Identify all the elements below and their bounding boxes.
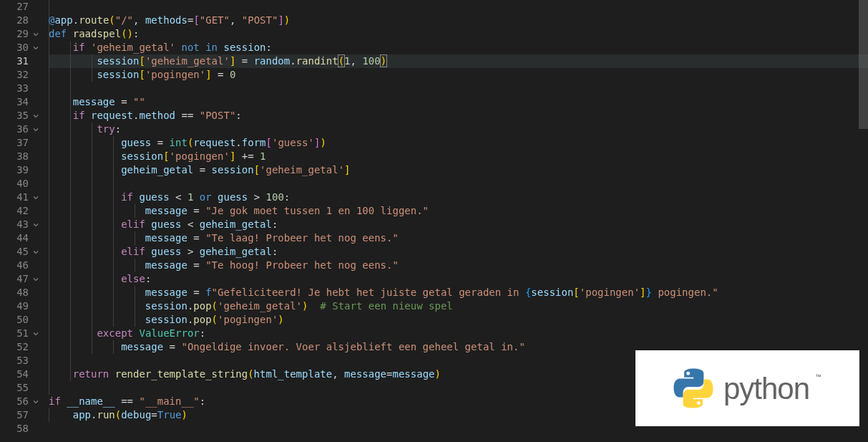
indent-guide [70,82,71,95]
code-text: if request.method == "POST": [49,110,242,121]
fold-toggle[interactable] [29,112,43,120]
code-line[interactable]: message = "Te laag! Probeer het nog eens… [49,231,868,245]
code-text: geheim_getal = session['geheim_getal'] [49,164,351,176]
fold-toggle[interactable] [29,44,43,52]
code-line[interactable]: except ValueError: [49,327,868,340]
code-text: if __name__ == "__main__": [49,395,205,407]
line-number: 35 [0,109,29,122]
line-number: 54 [0,367,29,381]
line-number: 44 [0,231,29,245]
gutter-line: 52 [0,340,49,354]
line-number: 37 [0,136,29,150]
gutter-line: 54 [0,367,49,381]
fold-toggle[interactable] [29,248,43,256]
code-text: elif guess < geheim_getal: [49,218,278,230]
code-text: except ValueError: [49,327,205,339]
code-line[interactable]: try: [49,122,868,136]
gutter-line: 58 [0,422,49,436]
line-number: 47 [0,272,29,286]
code-line[interactable]: message = "Je gok moet tussen 1 en 100 l… [49,204,868,218]
code-text: message = "Je gok moet tussen 1 en 100 l… [49,205,429,216]
code-text: return render_template_string(html_templ… [49,368,441,380]
code-line[interactable]: session['pogingen'] += 1 [49,150,868,163]
fold-toggle[interactable] [29,275,43,284]
gutter-line: 39 [0,163,49,177]
code-line[interactable]: guess = int(request.form['guess']) [49,136,868,150]
gutter-line: 38 [0,150,49,163]
code-text: message = f"Gefeliciteerd! Je hebt het j… [49,287,718,298]
line-number: 57 [0,408,29,422]
line-number: 29 [0,27,29,41]
fold-toggle[interactable] [29,30,43,39]
code-line[interactable]: message = f"Gefeliciteerd! Je hebt het j… [49,286,868,299]
code-text: try: [49,123,121,135]
code-line[interactable]: elif guess < geheim_getal: [49,218,868,231]
gutter-line: 33 [0,82,49,95]
line-number: 43 [0,218,29,231]
code-text: session.pop('geheim_getal') # Start een … [49,300,453,312]
line-number: 42 [0,204,29,218]
gutter-line: 32 [0,68,49,82]
indent-guide [92,177,92,191]
line-number: 50 [0,313,29,327]
gutter-line: 31 [0,54,49,68]
python-logo-card: python ™ [635,350,859,426]
gutter-line: 35 [0,109,49,122]
code-line[interactable]: else: [49,272,868,286]
code-line[interactable]: message = "" [49,95,868,109]
gutter-line: 28 [0,14,49,27]
vertical-scrollbar[interactable] [859,0,868,442]
indent-guide [49,177,49,191]
code-line[interactable]: session['geheim_getal'] = random.randint… [49,54,868,68]
gutter-line: 56 [0,395,49,408]
gutter-line: 42 [0,204,49,218]
code-line[interactable]: elif guess > geheim_getal: [49,245,868,259]
code-line[interactable]: session['pogingen'] = 0 [49,68,868,82]
code-line[interactable] [49,0,868,14]
code-line[interactable]: session.pop('pogingen') [49,313,868,327]
code-text: message = "Te laag! Probeer het nog eens… [49,232,399,244]
code-text: if guess < 1 or guess > 100: [49,191,290,203]
line-number: 52 [0,340,29,354]
fold-toggle[interactable] [29,221,43,229]
code-line[interactable] [49,177,868,191]
indent-guide [49,354,49,367]
line-number: 58 [0,422,29,436]
code-text: guess = int(request.form['guess']) [49,137,326,148]
code-editor[interactable]: 2728293031323334353637383940414243444546… [0,0,868,442]
fold-toggle[interactable] [29,398,43,406]
line-number: 39 [0,163,29,177]
code-line[interactable]: def raadspel(): [49,27,868,41]
gutter-line: 49 [0,299,49,313]
code-line[interactable] [49,82,868,95]
line-number: 41 [0,191,29,204]
code-line[interactable]: if 'geheim_getal' not in session: [49,41,868,54]
gutter-line: 27 [0,0,49,14]
code-line[interactable]: if request.method == "POST": [49,109,868,122]
code-line[interactable]: session.pop('geheim_getal') # Start een … [49,299,868,313]
line-number: 51 [0,327,29,340]
scrollbar-thumb[interactable] [859,0,868,129]
gutter-line: 47 [0,272,49,286]
line-number: 45 [0,245,29,259]
gutter-line: 51 [0,327,49,340]
python-logo-icon [673,368,713,408]
indent-guide [70,354,71,367]
code-text: app.run(debug=True) [49,409,187,421]
line-number: 36 [0,122,29,136]
code-text: message = "" [49,96,145,107]
code-text: message = "Te hoog! Probeer het nog eens… [49,259,399,271]
fold-toggle[interactable] [29,125,43,134]
code-line[interactable]: geheim_getal = session['geheim_getal'] [49,163,868,177]
code-line[interactable]: if guess < 1 or guess > 100: [49,191,868,204]
code-line[interactable]: message = "Te hoog! Probeer het nog eens… [49,259,868,272]
gutter-line: 43 [0,218,49,231]
gutter-line: 40 [0,177,49,191]
line-number: 56 [0,395,29,408]
code-line[interactable]: @app.route("/", methods=["GET", "POST"]) [49,14,868,27]
line-number: 34 [0,95,29,109]
fold-toggle[interactable] [29,193,43,202]
fold-toggle[interactable] [29,330,43,338]
code-text: session.pop('pogingen') [49,314,284,325]
code-text: if 'geheim_getal' not in session: [49,42,272,53]
